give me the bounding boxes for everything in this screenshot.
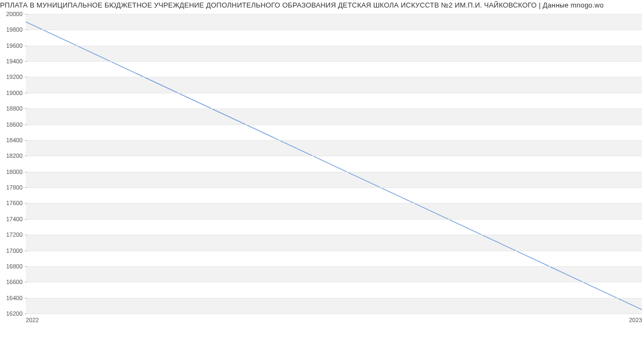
y-tick-label: 16400: [0, 295, 23, 301]
y-tick-label: 17000: [0, 248, 23, 254]
y-tick: [25, 187, 27, 188]
chart-title: РПЛАТА В МУНИЦИПАЛЬНОЕ БЮДЖЕТНОЕ УЧРЕЖДЕ…: [0, 1, 644, 9]
gridline: [26, 314, 642, 314]
y-tick-label: 17600: [0, 200, 23, 206]
y-tick-label: 19000: [0, 90, 23, 96]
y-tick-label: 19600: [0, 42, 23, 49]
y-tick: [25, 314, 27, 314]
y-tick: [25, 203, 27, 203]
gridline: [26, 140, 642, 141]
y-tick-label: 16800: [0, 263, 23, 270]
y-tick-label: 19200: [0, 74, 23, 80]
gridline: [26, 46, 642, 46]
y-tick: [25, 61, 27, 62]
gridline: [26, 203, 642, 203]
y-tick: [25, 298, 27, 299]
gridline: [26, 108, 642, 109]
y-tick-label: 18200: [0, 152, 23, 159]
y-tick-label: 16200: [0, 310, 23, 317]
y-tick-label: 16600: [0, 279, 23, 285]
gridline: [26, 298, 642, 299]
gridline: [26, 251, 642, 251]
x-tick-label: 2023: [629, 317, 642, 323]
gridline: [26, 219, 642, 220]
y-tick: [25, 156, 27, 156]
y-tick-label: 18800: [0, 105, 23, 112]
gridline: [26, 77, 642, 77]
y-tick-label: 17200: [0, 231, 23, 238]
gridline: [26, 14, 642, 14]
line-series: [26, 14, 642, 314]
y-tick-label: 17400: [0, 216, 23, 222]
y-tick-label: 20000: [0, 11, 23, 17]
y-tick-label: 17800: [0, 184, 23, 191]
plot-area: [26, 14, 642, 314]
x-tick-label: 2022: [26, 317, 39, 323]
y-tick: [25, 93, 27, 93]
y-tick: [25, 30, 27, 30]
y-tick: [25, 172, 27, 172]
gridline: [26, 125, 642, 125]
y-tick: [25, 46, 27, 46]
y-tick: [25, 108, 27, 109]
y-tick: [25, 77, 27, 77]
y-tick: [25, 266, 27, 267]
y-tick-label: 19800: [0, 26, 23, 33]
gridline: [26, 93, 642, 93]
y-tick: [25, 251, 27, 251]
gridline: [26, 187, 642, 188]
y-tick-label: 19400: [0, 58, 23, 64]
gridline: [26, 30, 642, 30]
y-tick-label: 18600: [0, 121, 23, 128]
gridline: [26, 156, 642, 156]
gridline: [26, 235, 642, 235]
y-tick: [25, 140, 27, 141]
y-tick: [25, 235, 27, 235]
y-tick-label: 18400: [0, 137, 23, 143]
y-tick: [25, 282, 27, 282]
gridline: [26, 282, 642, 282]
y-tick: [25, 219, 27, 220]
y-tick: [25, 14, 27, 14]
gridline: [26, 266, 642, 267]
y-tick: [25, 125, 27, 125]
y-tick-label: 18000: [0, 169, 23, 175]
gridline: [26, 61, 642, 62]
chart-container: РПЛАТА В МУНИЦИПАЛЬНОЕ БЮДЖЕТНОЕ УЧРЕЖДЕ…: [0, 0, 644, 349]
gridline: [26, 172, 642, 172]
